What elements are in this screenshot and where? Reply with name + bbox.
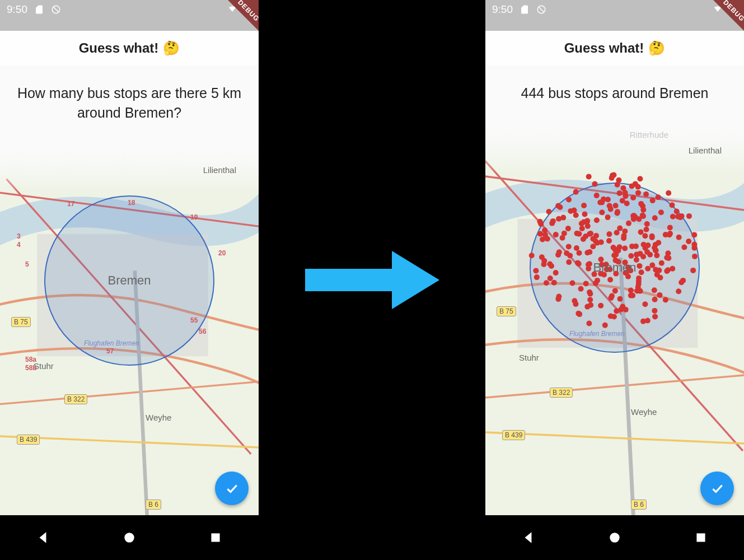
road-num: 58b <box>25 364 37 372</box>
road-shield-b6: B 6 <box>631 500 647 510</box>
road-shield-b322: B 322 <box>64 394 87 404</box>
road-shield-b6: B 6 <box>146 500 161 510</box>
transition-arrow <box>259 0 485 560</box>
app-title: Guess what! 🤔 <box>564 40 666 56</box>
check-icon <box>224 481 239 496</box>
nav-back-icon[interactable] <box>36 530 50 545</box>
app-title: Guess what! 🤔 <box>79 40 180 56</box>
town-label-weyhe: Weyhe <box>146 413 171 422</box>
wifi-icon <box>713 3 723 13</box>
status-time: 9:50 <box>7 3 27 16</box>
svg-rect-271 <box>696 533 705 542</box>
map-view[interactable]: Lilienthal Bremen Stuhr Weyhe Flughafen … <box>0 148 259 515</box>
road-shield-b439: B 439 <box>17 435 40 445</box>
nav-home-icon[interactable] <box>122 530 137 545</box>
thinking-face-emoji: 🤔 <box>648 40 665 56</box>
airport-label: Flughafen Bremen <box>84 339 139 347</box>
road-num: 56 <box>199 328 206 335</box>
road-num: 58a <box>25 356 36 363</box>
nav-back-icon[interactable] <box>521 530 536 545</box>
app-bar: Guess what! 🤔 <box>485 31 744 66</box>
sd-card-icon <box>520 4 530 15</box>
town-label-ritterhude: Ritterhude <box>630 130 668 139</box>
battery-icon <box>727 3 737 13</box>
road-num: 3 <box>17 232 21 240</box>
road-num: 19 <box>190 213 198 221</box>
do-not-disturb-icon <box>536 4 546 15</box>
confirm-fab[interactable] <box>215 472 249 505</box>
road-shield-b322: B 322 <box>550 388 573 398</box>
road-num: 18 <box>128 199 135 207</box>
android-nav-bar <box>485 515 744 560</box>
thinking-face-emoji: 🤔 <box>163 40 180 56</box>
sd-card-icon <box>34 4 44 15</box>
status-bar: 9:50 DEBUG <box>485 0 744 31</box>
airport-label: Flughafen Bremen <box>569 330 625 338</box>
phone-after: 9:50 DEBUG Guess what! 🤔 444 bus stops a… <box>485 0 744 560</box>
svg-point-4 <box>124 533 134 542</box>
road-shield-b75: B 75 <box>497 306 516 316</box>
battery-icon <box>242 3 252 13</box>
svg-point-270 <box>610 533 619 542</box>
town-label-lilienthal: Lilienthal <box>689 146 722 155</box>
answer-text: 444 bus stops around Bremen <box>485 66 744 129</box>
road-shield-b439: B 439 <box>502 430 525 440</box>
check-icon <box>710 481 724 496</box>
confirm-fab[interactable] <box>700 472 734 505</box>
phone-before: 9:50 DEBUG Guess what! 🤔 How many bus st… <box>0 0 259 560</box>
nav-recent-icon[interactable] <box>208 530 223 545</box>
app-bar: Guess what! 🤔 <box>0 31 259 66</box>
town-label-stuhr: Stuhr <box>519 353 539 362</box>
status-bar: 9:50 DEBUG <box>0 0 259 31</box>
road-num: 57 <box>106 347 114 355</box>
road-num: 4 <box>17 241 21 249</box>
svg-line-1 <box>53 7 58 12</box>
map-view[interactable]: Ritterhude Lilienthal Bremen Stuhr Weyhe… <box>485 129 744 515</box>
android-nav-bar <box>0 515 259 560</box>
road-num: 55 <box>190 316 198 324</box>
svg-rect-5 <box>211 533 219 542</box>
road-num: 17 <box>67 200 74 208</box>
wifi-icon <box>227 3 237 13</box>
city-label-bremen: Bremen <box>593 260 636 275</box>
town-label-weyhe: Weyhe <box>631 407 657 417</box>
town-label-lilienthal: Lilienthal <box>203 165 236 175</box>
status-time: 9:50 <box>492 3 513 16</box>
do-not-disturb-icon <box>51 4 61 15</box>
road-shield-b75: B 75 <box>11 317 31 327</box>
road-num: 5 <box>25 260 29 268</box>
nav-recent-icon[interactable] <box>694 530 708 545</box>
nav-home-icon[interactable] <box>607 530 622 545</box>
road-num: 20 <box>218 249 226 257</box>
svg-line-7 <box>539 7 544 12</box>
city-label-bremen: Bremen <box>107 273 151 288</box>
question-text: How many bus stops are there 5 km around… <box>0 66 259 148</box>
